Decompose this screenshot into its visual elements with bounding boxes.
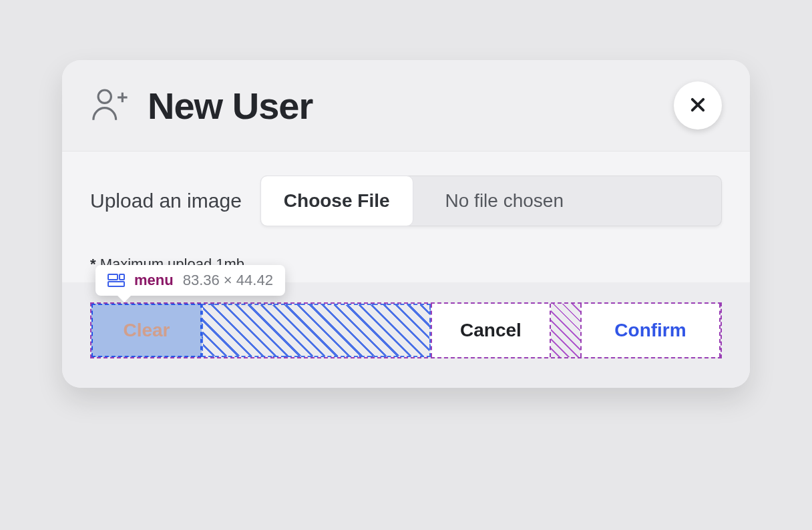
upload-row: Upload an image Choose File No file chos… [90, 176, 722, 226]
choose-file-label: Choose File [284, 190, 390, 212]
close-button[interactable] [674, 81, 722, 129]
file-status: No file chosen [413, 176, 722, 226]
dialog-title: New User [148, 84, 313, 127]
flex-icon [108, 274, 125, 287]
inspector-dimensions: 83.36 × 44.42 [183, 272, 273, 289]
clear-button-label: Clear [123, 320, 170, 341]
inspector-tooltip: menu 83.36 × 44.42 [95, 265, 285, 296]
confirm-button[interactable]: Confirm [580, 304, 721, 357]
clear-button[interactable]: Clear [91, 304, 202, 357]
confirm-button-label: Confirm [614, 320, 686, 341]
choose-file-button[interactable]: Choose File [260, 176, 413, 226]
dialog-footer: menu 83.36 × 44.42 Clear Cancel Confirm [62, 282, 750, 388]
flex-gap [551, 304, 580, 357]
cancel-button-label: Cancel [460, 320, 522, 341]
svg-rect-6 [120, 274, 124, 280]
dialog-header: New User [62, 60, 750, 152]
file-input[interactable]: Choose File No file chosen [260, 176, 722, 226]
new-user-dialog: New User Upload an image Choose File No … [62, 60, 750, 388]
svg-point-0 [98, 90, 111, 103]
devtools-flex-overlay: menu 83.36 × 44.42 Clear Cancel Confirm [90, 302, 722, 358]
user-plus-icon [90, 86, 129, 125]
flex-free-space [202, 304, 431, 357]
svg-rect-5 [108, 274, 118, 280]
close-icon [688, 95, 707, 116]
upload-label: Upload an image [90, 190, 242, 212]
cancel-button[interactable]: Cancel [431, 304, 551, 357]
dialog-body: Upload an image Choose File No file chos… [62, 152, 750, 282]
svg-rect-7 [108, 282, 124, 286]
inspector-tag: menu [134, 272, 174, 289]
